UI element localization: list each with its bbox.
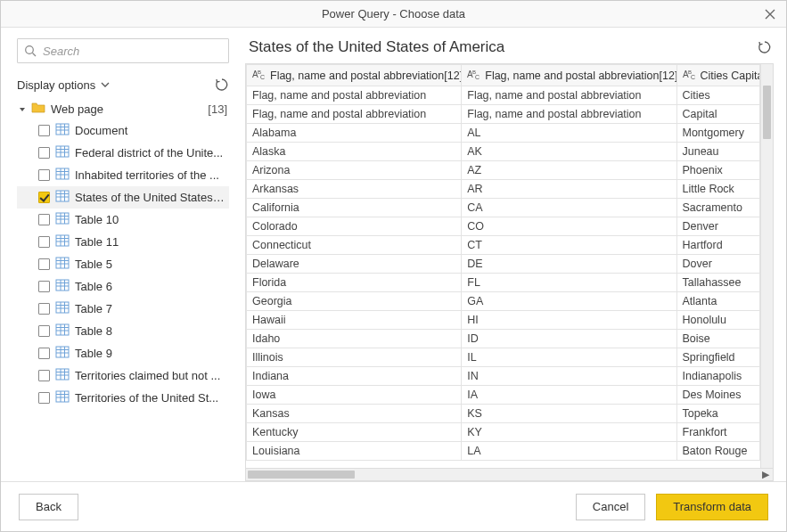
refresh-tree-button[interactable] xyxy=(215,78,229,92)
table-row[interactable]: IdahoIDBoise xyxy=(247,330,760,348)
svg-line-1 xyxy=(33,53,37,57)
table-row[interactable]: KansasKSTopeka xyxy=(247,405,760,423)
table-row[interactable]: LouisianaLABaton Rouge xyxy=(247,442,760,461)
table-row[interactable]: ArkansasARLittle Rock xyxy=(247,180,760,199)
table-cell: Kentucky xyxy=(247,423,462,442)
table-cell: Arizona xyxy=(247,161,462,180)
checkbox[interactable] xyxy=(38,147,50,159)
table-icon xyxy=(55,346,70,361)
checkbox[interactable] xyxy=(38,258,50,270)
tree-item-label: Table 6 xyxy=(75,280,225,293)
nav-tree: Web page [13] DocumentFederal district o… xyxy=(17,99,229,481)
scroll-right-arrow[interactable]: ▶ xyxy=(762,469,769,480)
preview-title: States of the United States of America xyxy=(249,38,504,56)
table-cell: IA xyxy=(462,386,676,405)
checkbox[interactable] xyxy=(38,214,50,225)
refresh-icon xyxy=(215,78,229,92)
table-row[interactable]: KentuckyKYFrankfort xyxy=(247,423,760,442)
table-cell: Indiana xyxy=(247,367,462,386)
tree-item-label: Table 10 xyxy=(75,213,225,226)
table-cell: Honolulu xyxy=(676,311,760,330)
close-button[interactable] xyxy=(759,4,781,25)
cancel-button[interactable]: Cancel xyxy=(576,494,645,520)
table-cell: Frankfort xyxy=(676,423,760,442)
table-icon xyxy=(55,279,70,294)
checkbox[interactable] xyxy=(38,169,50,181)
table-row[interactable]: IndianaINIndianapolis xyxy=(247,367,760,386)
checkbox[interactable] xyxy=(38,236,50,248)
table-row[interactable]: AlaskaAKJuneau xyxy=(247,143,760,161)
table-row[interactable]: DelawareDEDover xyxy=(247,255,760,274)
column-header[interactable]: ABCCities Capital xyxy=(676,65,760,86)
caret-down-icon xyxy=(19,106,26,113)
tree-item-label: Table 9 xyxy=(75,347,225,360)
tree-item[interactable]: Table 5 xyxy=(17,253,229,275)
table-cell: GA xyxy=(462,292,676,311)
search-input[interactable] xyxy=(17,38,229,63)
horizontal-scrollbar[interactable]: ▶ xyxy=(245,469,774,481)
table-cell: AR xyxy=(462,180,676,199)
table-row[interactable]: AlabamaALMontgomery xyxy=(247,124,760,143)
table-cell: LA xyxy=(462,442,676,461)
column-header[interactable]: ABCFlag, name and postal abbreviation[12… xyxy=(247,65,462,86)
checkbox[interactable] xyxy=(38,125,50,136)
tree-item-label: Table 5 xyxy=(75,258,225,271)
tree-item[interactable]: Territories of the United St... xyxy=(17,387,229,409)
table-row[interactable]: ConnecticutCTHartford xyxy=(247,236,760,255)
tree-item[interactable]: Table 9 xyxy=(17,342,229,364)
refresh-preview-button[interactable] xyxy=(758,40,772,54)
tree-item[interactable]: Table 8 xyxy=(17,320,229,342)
back-button[interactable]: Back xyxy=(19,494,78,520)
table-row[interactable]: HawaiiHIHonolulu xyxy=(247,311,760,330)
table-cell: ID xyxy=(462,330,676,348)
table-row[interactable]: CaliforniaCASacramento xyxy=(247,199,760,217)
table-row[interactable]: IllinoisILSpringfield xyxy=(247,348,760,367)
checkbox[interactable] xyxy=(38,281,50,292)
vertical-scroll-thumb[interactable] xyxy=(763,86,771,139)
tree-item[interactable]: Table 11 xyxy=(17,231,229,253)
checkbox[interactable] xyxy=(38,192,50,203)
table-icon xyxy=(55,323,70,339)
tree-item[interactable]: States of the United States ... xyxy=(17,186,229,209)
tree-item[interactable]: Table 7 xyxy=(17,298,229,320)
table-row[interactable]: GeorgiaGAAtlanta xyxy=(247,292,760,311)
tree-item[interactable]: Territories claimed but not ... xyxy=(17,364,229,387)
table-row[interactable]: ColoradoCODenver xyxy=(247,217,760,236)
checkbox[interactable] xyxy=(38,348,50,359)
display-options-dropdown[interactable]: Display options xyxy=(17,78,110,92)
table-cell: Atlanta xyxy=(676,292,760,311)
vertical-scrollbar[interactable] xyxy=(760,64,773,468)
table-row[interactable]: Flag, name and postal abbreviationFlag, … xyxy=(247,86,760,105)
table-cell: CA xyxy=(462,199,676,217)
navigator-sidebar: Display options Web page [13] DocumentFe… xyxy=(1,38,242,481)
tree-item-label: Federal district of the Unite... xyxy=(75,146,225,160)
svg-rect-62 xyxy=(56,391,69,402)
horizontal-scroll-thumb[interactable] xyxy=(248,471,355,479)
grid-scroll[interactable]: ABCFlag, name and postal abbreviation[12… xyxy=(246,64,760,468)
table-row[interactable]: ArizonaAZPhoenix xyxy=(247,161,760,180)
tree-item-label: Table 11 xyxy=(75,235,225,249)
column-header-label: Flag, name and postal abbreviation[12]2 xyxy=(485,70,676,82)
table-row[interactable]: IowaIADes Moines xyxy=(247,386,760,405)
table-cell: Juneau xyxy=(676,143,760,161)
checkbox[interactable] xyxy=(38,303,50,315)
checkbox[interactable] xyxy=(38,325,50,337)
table-cell: Hawaii xyxy=(247,311,462,330)
table-cell: Idaho xyxy=(247,330,462,348)
table-icon xyxy=(55,368,70,383)
tree-item[interactable]: Table 10 xyxy=(17,209,229,231)
tree-root-label: Web page xyxy=(51,102,202,116)
tree-root-web-page[interactable]: Web page [13] xyxy=(17,99,229,119)
tree-item[interactable]: Federal district of the Unite... xyxy=(17,142,229,164)
transform-data-button[interactable]: Transform data xyxy=(656,494,768,520)
checkbox[interactable] xyxy=(38,370,50,381)
tree-item[interactable]: Document xyxy=(17,119,229,142)
column-header[interactable]: ABCFlag, name and postal abbreviation[12… xyxy=(462,65,676,86)
tree-item[interactable]: Table 6 xyxy=(17,275,229,298)
checkbox[interactable] xyxy=(38,392,50,404)
table-row[interactable]: Flag, name and postal abbreviationFlag, … xyxy=(247,105,760,124)
grid-wrap: ABCFlag, name and postal abbreviation[12… xyxy=(245,63,774,469)
table-row[interactable]: FloridaFLTallahassee xyxy=(247,274,760,292)
table-cell: Tallahassee xyxy=(676,274,760,292)
tree-item[interactable]: Inhabited territories of the ... xyxy=(17,164,229,186)
